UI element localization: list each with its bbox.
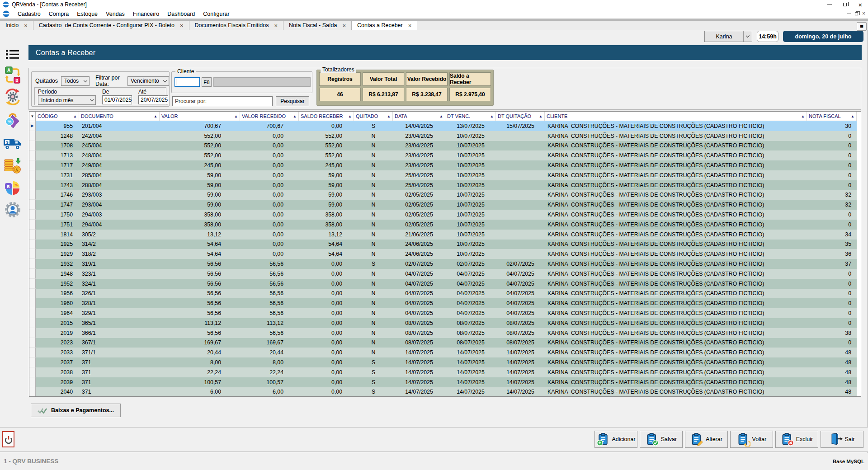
coins-arrow-icon[interactable]: $ xyxy=(4,155,22,175)
menu-list-icon[interactable] xyxy=(4,44,22,64)
mdi-close-icon[interactable]: × xyxy=(862,11,865,16)
table-row[interactable]: 1746293/00359,000,0059,00N02/05/202510/0… xyxy=(29,190,857,200)
ab-flow-icon[interactable]: A B xyxy=(4,64,22,84)
close-button[interactable]: × xyxy=(853,0,868,9)
tab-close-icon[interactable]: × xyxy=(24,22,28,29)
menu-item-vendas[interactable]: Vendas xyxy=(106,11,125,17)
table-row[interactable]: 1743288/00459,000,0059,00N25/04/202510/0… xyxy=(29,180,857,190)
table-row[interactable]: 1750294/003358,000,00358,00N02/05/202510… xyxy=(29,210,857,220)
minimize-button[interactable] xyxy=(822,0,837,9)
table-row[interactable]: 20373718,008,000,00S14/07/202514/07/2025… xyxy=(29,357,857,367)
tab-2[interactable]: Documentos Fiscais Emitidos× xyxy=(189,21,284,30)
mdi-restore-icon[interactable] xyxy=(855,12,858,15)
table-row[interactable]: 1751294/004358,000,00358,00N02/05/202510… xyxy=(29,220,857,230)
sort-asc-icon[interactable]: ▲ xyxy=(293,114,297,118)
voltar-button[interactable]: Voltar xyxy=(730,431,773,448)
column-header-dt-quitacao[interactable]: DT QUITAÇÃO▲ xyxy=(496,112,545,121)
sort-asc-icon[interactable]: ▲ xyxy=(73,114,77,118)
money-truck-icon[interactable]: $ xyxy=(4,134,22,154)
tab-3[interactable]: Nota Fiscal - Saída× xyxy=(283,21,352,30)
table-row[interactable]: 2019366/156,5656,560,00N08/07/202508/07/… xyxy=(29,328,857,338)
date-to-input[interactable]: 20/07/2025 xyxy=(138,95,168,104)
table-row[interactable]: 1929318/254,640,0054,64N24/06/202510/07/… xyxy=(29,249,857,259)
table-row[interactable]: 2039371100,57100,570,00S14/07/202514/07/… xyxy=(29,377,857,387)
cliente-code-input[interactable] xyxy=(175,77,200,87)
sort-asc-icon[interactable]: ▲ xyxy=(490,114,494,118)
baixas-pagamentos-button[interactable]: Baixas e Pagamentos... xyxy=(31,404,121,417)
periodo-select[interactable]: Início do mês xyxy=(38,95,96,105)
f8-button[interactable]: F8 xyxy=(202,77,212,87)
table-row[interactable]: 1248242/004552,000,00552,00N23/04/202510… xyxy=(29,131,857,141)
restore-button[interactable] xyxy=(837,0,853,9)
table-row[interactable]: 1952324/156,5656,560,00N04/07/202504/07/… xyxy=(29,279,857,289)
tab-0[interactable]: Inicio× xyxy=(0,21,33,30)
pesquisar-button[interactable]: Pesquisar xyxy=(276,96,309,106)
table-row[interactable]: 2015365/1113,12113,120,00N08/07/202508/0… xyxy=(29,318,857,328)
sort-asc-icon[interactable]: ▲ xyxy=(801,114,805,118)
filtrar-data-select[interactable]: Vencimento xyxy=(127,76,169,86)
column-header-data[interactable]: DATA▲ xyxy=(393,112,445,121)
table-row[interactable]: 1731285/00459,000,0059,00N25/04/202510/0… xyxy=(29,170,857,180)
column-header-codigo[interactable]: CÓDIGO▲ xyxy=(36,112,79,121)
table-row[interactable]: 1964329/156,5656,560,00N04/07/202504/07/… xyxy=(29,308,857,318)
menu-item-dashboard[interactable]: Dashboard xyxy=(167,11,195,17)
sort-asc-icon[interactable]: ▲ xyxy=(387,114,391,118)
table-row[interactable]: 2023367/1169,67169,670,00N08/07/202508/0… xyxy=(29,338,857,348)
tab-close-icon[interactable]: × xyxy=(180,22,184,29)
column-header-cliente[interactable]: CLIENTE▲ xyxy=(545,112,807,121)
menu-item-financeiro[interactable]: Financeiro xyxy=(133,11,159,17)
table-row[interactable]: 1925314/254,640,0054,64N24/06/202510/07/… xyxy=(29,240,857,249)
table-row[interactable]: ▶955201/004700,67700,670,00S14/04/202513… xyxy=(29,121,857,131)
table-row[interactable]: 2033371/120,4420,440,00N14/07/202514/07/… xyxy=(29,348,857,357)
table-row[interactable]: 1960328/156,5656,560,00N04/07/202504/07/… xyxy=(29,298,857,308)
tab-1[interactable]: Cadastro de Conta Corrente - Configurar … xyxy=(33,21,189,30)
sort-asc-icon[interactable]: ▲ xyxy=(234,114,238,118)
date-display[interactable]: domingo, 20 de julho xyxy=(783,31,863,42)
table-row[interactable]: 203837122,2422,240,00S14/07/202514/07/20… xyxy=(29,367,857,377)
menu-item-configurar[interactable]: Configurar xyxy=(203,11,229,17)
sort-asc-icon[interactable]: ▲ xyxy=(348,114,352,118)
sort-asc-icon[interactable]: ▲ xyxy=(439,114,443,118)
column-header-quitado[interactable]: QUITADO▲ xyxy=(354,112,393,121)
column-header-saldo-receber[interactable]: SALDO RECEBER▲ xyxy=(299,112,354,121)
adicionar-button[interactable]: Adicionar xyxy=(594,431,637,448)
table-row[interactable]: 1948323/156,5656,560,00N04/07/202504/07/… xyxy=(29,269,857,279)
salvar-button[interactable]: Salvar xyxy=(640,431,683,448)
menu-item-estoque[interactable]: Estoque xyxy=(77,11,98,17)
quitados-select[interactable]: Todos xyxy=(61,76,90,86)
table-row[interactable]: 20403716,006,000,00S14/07/202514/07/2025… xyxy=(29,387,857,397)
column-header-dt-venc[interactable]: DT VENC.▲ xyxy=(445,112,496,121)
table-row[interactable]: 1747293/00459,000,0059,00N02/05/202510/0… xyxy=(29,200,857,210)
tab-close-icon[interactable]: × xyxy=(342,22,346,29)
alterar-button[interactable]: Alterar xyxy=(685,431,728,448)
sync-gear-icon[interactable] xyxy=(4,87,22,107)
tab-list-menu-button[interactable]: ≡ xyxy=(857,22,867,31)
table-row[interactable]: 1932319/156,5656,560,00S02/07/202502/07/… xyxy=(29,259,857,269)
menu-item-compra[interactable]: Compra xyxy=(49,11,69,17)
table-row[interactable]: 1708245/004552,000,00552,00N23/04/202510… xyxy=(29,141,857,151)
table-row[interactable]: 1713248/004552,000,00552,00N23/04/202510… xyxy=(29,150,857,160)
table-row[interactable]: 1717249/004245,000,00245,00N23/04/202510… xyxy=(29,160,857,170)
sort-asc-icon[interactable]: ▲ xyxy=(154,114,157,118)
menu-item-cadastro[interactable]: Cadastro xyxy=(18,11,41,17)
tab-close-icon[interactable]: × xyxy=(408,22,412,29)
mdi-minimize-icon[interactable] xyxy=(847,14,851,14)
column-header-valor[interactable]: VALOR▲ xyxy=(160,112,240,121)
pie-chart-icon[interactable]: % B xyxy=(4,178,22,198)
column-header-documento[interactable]: DOCUMENTO▲ xyxy=(79,112,160,121)
excluir-button[interactable]: Excluir xyxy=(775,431,818,448)
column-header-nota-fiscal[interactable]: NOTA FISCAL▲ xyxy=(807,112,857,121)
filter-icon[interactable]: ▼ xyxy=(29,112,36,121)
discount-tag-icon[interactable]: % xyxy=(4,110,22,130)
power-button[interactable] xyxy=(2,431,14,447)
tab-close-icon[interactable]: × xyxy=(274,22,278,29)
sort-asc-icon[interactable]: ▲ xyxy=(539,114,542,118)
user-select[interactable]: Karina xyxy=(704,31,752,42)
sort-asc-icon[interactable]: ▲ xyxy=(851,114,854,118)
table-row[interactable]: 1814305/213,120,0013,12N21/06/202510/07/… xyxy=(29,230,857,240)
table-row[interactable]: 1956326/156,5656,560,00N04/07/202504/07/… xyxy=(29,289,857,299)
column-header-valor-recebido[interactable]: VALOR RECEBIDO▲ xyxy=(240,112,299,121)
date-from-input[interactable]: 01/07/2025 xyxy=(102,95,132,104)
tab-4[interactable]: Contas a Receber× xyxy=(352,21,417,30)
procurar-input[interactable] xyxy=(172,96,273,106)
